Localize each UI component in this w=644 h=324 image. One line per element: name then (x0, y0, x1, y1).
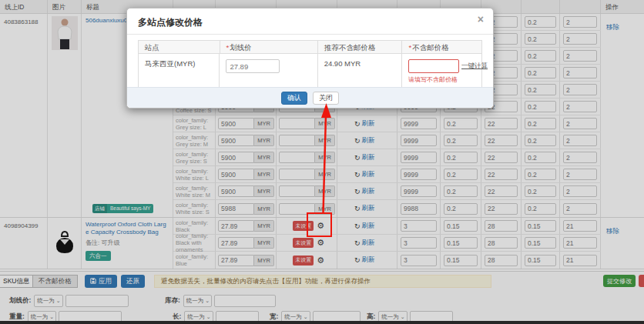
close-button[interactable]: 关闭 (313, 92, 339, 105)
multi-site-price-modal: 多站点修改价格 × 站点 *划线价 推荐不含邮价格 *不含邮价格 马来西亚(MY… (126, 8, 494, 109)
modal-table-header: 站点 *划线价 推荐不含邮价格 *不含邮价格 (139, 41, 481, 54)
modal-footer: 确认 关闭 (127, 87, 493, 108)
recommended-price-value: 24.90 MYR (318, 54, 402, 88)
confirm-button[interactable]: 确认 (281, 92, 307, 105)
price-required-error: 请填写不含邮价格 (408, 75, 475, 84)
one-click-calc-link[interactable]: 一键计算 (461, 62, 488, 71)
modal-title: 多站点修改价格 (138, 17, 203, 28)
modal-close-icon[interactable]: × (478, 13, 484, 25)
modal-col-site: 站点 (139, 41, 220, 53)
modal-header: 多站点修改价格 × (127, 8, 493, 35)
modal-price-table: 站点 *划线价 推荐不含邮价格 *不含邮价格 马来西亚(MYR) 24.90 M… (138, 40, 482, 89)
product-price-management-page: 线上ID 图片 标题 操作 4083863188506duanxiuxu001店… (0, 0, 644, 324)
modal-strike-price-input[interactable] (226, 59, 280, 73)
site-name: 马来西亚(MYR) (139, 54, 220, 88)
modal-col-strike-price: *划线价 (220, 41, 318, 53)
modal-site-row: 马来西亚(MYR) 24.90 MYR 一键计算 请填写不含邮价格 (139, 54, 481, 88)
modal-col-price: *不含邮价格 (402, 41, 481, 53)
modal-price-input[interactable] (408, 59, 459, 73)
modal-col-recommended: 推荐不含邮价格 (318, 41, 403, 53)
